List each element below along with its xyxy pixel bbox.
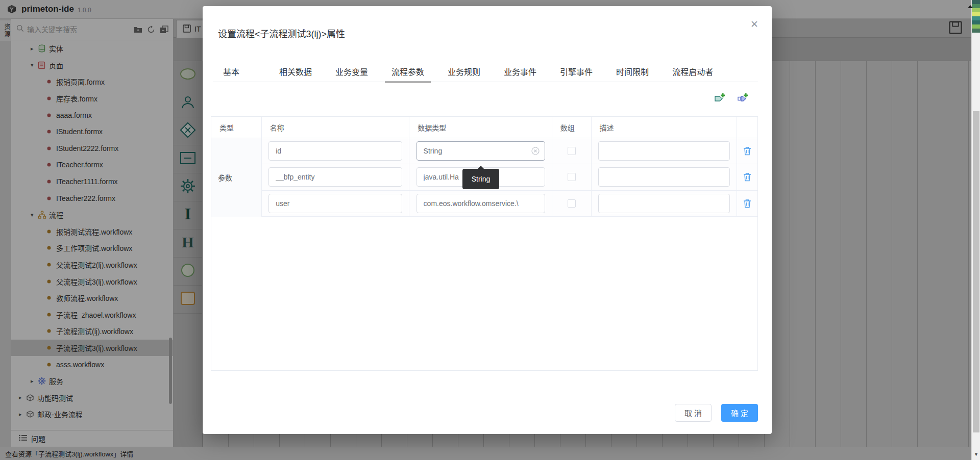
param-datatype-cell: [409, 191, 552, 216]
minimap-stripes: [972, 0, 980, 33]
dialog-tab[interactable]: 基本: [223, 63, 239, 82]
param-datatype-cell: [409, 138, 552, 164]
delete-row-icon[interactable]: [742, 171, 752, 183]
dialog-tab[interactable]: 流程参数: [391, 63, 424, 82]
param-table-header: 类型名称数据类型数组描述: [211, 117, 757, 138]
close-icon[interactable]: ✕: [750, 19, 758, 29]
cancel-button[interactable]: 取 消: [675, 404, 712, 422]
param-name-input[interactable]: [268, 167, 402, 187]
param-name-input[interactable]: [268, 141, 402, 161]
param-actions-cell: [737, 164, 757, 190]
dialog-tabs: 基本相关数据业务变量流程参数业务规则业务事件引擎事件时间限制流程启动者: [223, 63, 737, 82]
tabs-divider: [213, 82, 758, 82]
tooltip-text: String: [472, 175, 491, 183]
dialog-tab[interactable]: 时间限制: [616, 63, 649, 82]
clear-icon[interactable]: [531, 147, 540, 155]
param-description-input[interactable]: [598, 194, 730, 213]
param-name-input[interactable]: [268, 194, 402, 213]
delete-row-icon[interactable]: [742, 145, 752, 157]
table-header-cell: [737, 117, 757, 138]
add-input-param-icon[interactable]: [714, 92, 726, 104]
param-description-input[interactable]: [598, 141, 730, 161]
param-datatype-input[interactable]: [416, 141, 545, 161]
dialog-tab[interactable]: 流程启动者: [672, 63, 713, 82]
param-description-cell: [592, 138, 737, 164]
delete-row-icon[interactable]: [742, 198, 752, 209]
table-row: [262, 191, 757, 217]
param-array-cell: [552, 138, 592, 164]
array-checkbox[interactable]: [568, 147, 576, 155]
param-actions-cell: [737, 138, 757, 164]
param-description-cell: [592, 164, 737, 190]
param-description-cell: [592, 191, 737, 216]
param-type-cell: 参数: [211, 138, 262, 217]
screen: primeton-ide 1.0.0 资源 ▸实体▾页面报销页面.: [0, 0, 980, 460]
table-header-cell: 数据类型: [409, 117, 552, 138]
param-toolbar: [213, 90, 758, 106]
array-checkbox[interactable]: [568, 199, 576, 208]
param-array-cell: [552, 191, 592, 216]
page-scrollbar[interactable]: ▼: [971, 0, 980, 460]
dialog-tab[interactable]: 业务事件: [504, 63, 536, 82]
ok-button[interactable]: 确 定: [721, 404, 758, 422]
param-name-cell: [262, 138, 409, 164]
table-row: [262, 138, 757, 164]
param-datatype-input[interactable]: [416, 194, 545, 213]
dialog-title: 设置流程<子流程测试3(lj)>属性: [218, 27, 345, 40]
table-header-cell: 数组: [552, 117, 592, 138]
param-name-cell: [262, 191, 409, 216]
dialog-tab[interactable]: 引擎事件: [560, 63, 593, 82]
param-array-cell: [552, 164, 592, 190]
scrollbar-thumb[interactable]: [973, 111, 979, 432]
table-header-cell: 描述: [592, 117, 737, 138]
param-actions-cell: [737, 191, 757, 216]
array-checkbox[interactable]: [568, 173, 576, 181]
param-table: 类型名称数据类型数组描述 参数: [211, 116, 758, 371]
table-header-cell: 类型: [211, 117, 262, 138]
param-description-input[interactable]: [598, 167, 730, 187]
dialog-tab[interactable]: 业务变量: [335, 63, 368, 82]
dialog-tab[interactable]: 业务规则: [448, 63, 480, 82]
param-name-cell: [262, 164, 409, 190]
scroll-top-icon[interactable]: [968, 5, 973, 8]
add-output-param-icon[interactable]: [737, 92, 749, 104]
table-row: [262, 164, 757, 190]
datatype-tooltip: String: [462, 169, 499, 189]
scroll-down-icon[interactable]: ▼: [972, 452, 980, 457]
table-header-cell: 名称: [262, 117, 409, 138]
dialog-tab[interactable]: 相关数据: [279, 63, 312, 82]
process-properties-dialog: 设置流程<子流程测试3(lj)>属性 ✕ 基本相关数据业务变量流程参数业务规则业…: [203, 6, 772, 434]
dialog-footer: 取 消 确 定: [203, 404, 758, 422]
